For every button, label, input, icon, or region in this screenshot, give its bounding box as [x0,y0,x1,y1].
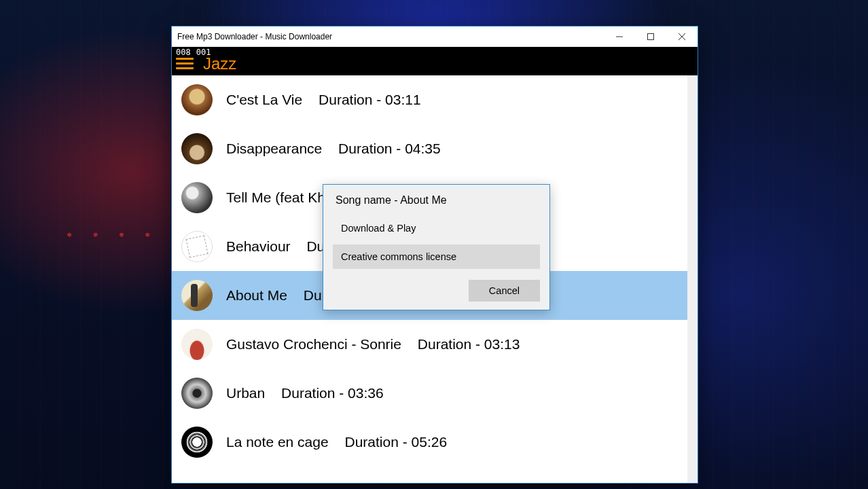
category-title: Jazz [203,54,236,73]
album-art-icon [181,231,213,262]
list-item[interactable]: Disappearance Duration - 04:35 [172,124,698,173]
minimize-button[interactable] [604,26,635,47]
album-art-icon [181,329,213,360]
song-context-dialog: Song name - About Me Download & Play Cre… [323,184,550,310]
list-item-text: Gustavo Crochenci - Sonrie Duration - 03… [226,336,520,352]
album-art-icon [181,378,213,409]
vertical-scrollbar[interactable] [687,75,698,483]
song-duration: Duration - 03:13 [418,336,520,352]
song-name: About Me [226,287,287,303]
song-name: La note en cage [226,434,329,450]
cancel-button[interactable]: Cancel [469,280,540,302]
song-name: Behaviour [226,238,291,254]
window-titlebar[interactable]: Free Mp3 Downloader - Music Downloader [172,26,698,47]
maximize-button[interactable] [635,26,666,47]
song-name: Disappearance [226,141,322,156]
song-name: Urban [226,385,265,401]
download-play-option[interactable]: Download & Play [333,216,540,240]
song-duration: Duration - 03:11 [319,92,421,107]
album-art-icon [181,182,213,213]
counter-b: 001 [196,48,211,57]
cc-license-option[interactable]: Creative commons license [333,244,540,269]
list-item-text: Disappearance Duration - 04:35 [226,141,441,157]
album-art-icon [181,427,213,458]
song-duration: Duration - 04:35 [338,141,441,156]
album-art-icon [181,133,213,164]
song-name: C'est La Vie [226,92,302,107]
dialog-title: Song name - About Me [323,185,549,212]
list-item-text: Urban Duration - 03:36 [226,385,384,401]
song-name: Gustavo Crochenci - Sonrie [226,336,401,352]
list-item-text: La note en cage Duration - 05:26 [226,434,447,450]
svg-rect-1 [648,34,654,40]
app-header-bar: 008 001 Jazz [172,47,698,75]
list-item[interactable]: C'est La Vie Duration - 03:11 [172,75,698,124]
header-counters: 008 001 [176,48,211,57]
album-art-icon [181,280,213,311]
counter-a: 008 [176,48,191,57]
close-button[interactable] [666,26,698,47]
album-art-icon [181,84,213,115]
list-item[interactable]: Gustavo Crochenci - Sonrie Duration - 03… [172,320,698,369]
window-title: Free Mp3 Downloader - Music Downloader [177,32,604,41]
song-duration: Duration - 03:36 [281,385,384,401]
list-item[interactable]: La note en cage Duration - 05:26 [172,418,698,467]
song-duration: Duration - 05:26 [344,434,447,450]
list-item-text: C'est La Vie Duration - 03:11 [226,92,421,108]
list-item[interactable]: Urban Duration - 03:36 [172,369,698,418]
